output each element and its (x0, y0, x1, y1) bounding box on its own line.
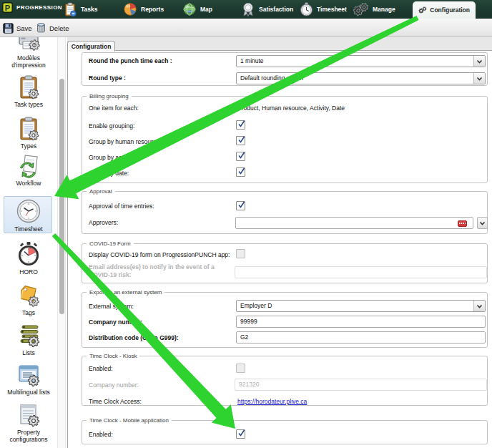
nav-item-label: Map (200, 6, 212, 13)
time-clock-access-link[interactable]: https://horodateur.plive.ca (237, 398, 307, 406)
field-label: Distribution code (G1 to G999): (89, 334, 179, 342)
distribution-code-input[interactable]: G2 (236, 331, 486, 344)
kiosk-company-number-input[interactable]: 921320 (235, 379, 487, 391)
svg-text:P: P (5, 4, 10, 12)
sidebar-item-workflow[interactable]: Workflow (0, 154, 57, 187)
sidebar-item-property-configurations[interactable]: Propertyconfigurations (0, 403, 57, 443)
nav-item-label: Satisfaction (259, 6, 293, 13)
select-dropdown-button[interactable] (473, 301, 485, 311)
sidebar-item-types[interactable]: Types (0, 117, 57, 150)
chevron-down-icon (479, 221, 486, 225)
group-by-human-resource-checkbox[interactable] (236, 136, 245, 145)
nav-item-reports[interactable]: Reports (123, 0, 164, 19)
round-time-select[interactable]: 1 minute (236, 55, 486, 67)
select-dropdown-button[interactable] (473, 73, 485, 84)
app-logo[interactable]: P PROGRESSION (2, 2, 62, 13)
nav-item-label: Tasks (81, 6, 97, 13)
select-value: 1 minute (240, 57, 264, 64)
company-number-input[interactable]: 99999 (236, 316, 486, 328)
list-gear-icon (16, 323, 41, 348)
field-label: Approval of time entries: (89, 203, 154, 210)
delete-button-label: Delete (49, 24, 69, 32)
nav-item-label: Reports (141, 6, 164, 13)
group-legend: Time Clock - Mobile application (87, 417, 172, 424)
sidebar-item-label: HORO (0, 268, 57, 276)
clipboard-gear-icon (16, 75, 41, 99)
nav-item-map[interactable]: Map (182, 0, 212, 19)
field-label: Enable grouping: (89, 122, 134, 130)
display-covid-form-checkbox[interactable] (236, 249, 245, 258)
sidebar-item-task-types[interactable]: Task types (0, 75, 57, 108)
print-templates-icon (16, 37, 41, 52)
delete-button[interactable]: Delete (36, 21, 69, 35)
covid-email-input[interactable] (235, 266, 487, 278)
sidebar-item-multilingual-lists[interactable]: Multilingual lists (0, 363, 57, 396)
field-value: Product, Human resource, Activity, Date (237, 104, 345, 112)
approvers-remove-icon[interactable] (458, 220, 467, 227)
tab-configuration[interactable]: Configuration (67, 41, 115, 52)
group-by-activity-checkbox[interactable] (236, 152, 245, 161)
chevron-down-icon (476, 77, 483, 81)
configuration-panel: Round the punch time each : 1 minute Rou… (67, 51, 492, 448)
group-approval: Approval Approval of time entries: Appro… (82, 191, 488, 234)
enable-grouping-checkbox[interactable] (236, 120, 245, 130)
sidebar-scrollbar[interactable] (57, 37, 66, 448)
configuration-gears-icon (418, 3, 427, 17)
checkmark-icon (237, 429, 245, 437)
group-billing: Billing grouping One item for each: Prod… (82, 96, 488, 183)
nav-item-tasks[interactable]: Tasks (63, 0, 97, 19)
field-label: Email address(es) to notify in the event… (89, 263, 228, 279)
group-legend: Approval (87, 188, 115, 195)
sidebar-item-tags[interactable]: Tags (0, 283, 57, 316)
toolbar: Save Delete (0, 19, 492, 37)
external-system-select[interactable]: Employer D (236, 300, 486, 312)
sidebar-item-lists[interactable]: Lists (0, 323, 57, 356)
approval-of-time-entries-checkbox[interactable] (236, 201, 245, 210)
nav-item-timesheet[interactable]: Timesheet (300, 0, 347, 19)
sidebar-item-label: Modèlesd'impression (0, 54, 57, 69)
sidebar-item-label: Workflow (0, 180, 57, 187)
round-type-select[interactable]: Default rounding option (236, 72, 486, 84)
mobile-enabled-checkbox[interactable] (236, 429, 245, 439)
field-label: Time Clock Access: (89, 398, 142, 406)
group-by-date-checkbox[interactable] (236, 167, 245, 177)
group-mobile: Time Clock - Mobile application Enabled: (82, 420, 488, 444)
app-window: { "navbar": { "brand": "PROGRESSION", "i… (0, 0, 492, 448)
field-label: External system: (89, 303, 134, 311)
sidebar-item-label: Lists (0, 349, 57, 356)
satisfaction-medal-icon (241, 2, 255, 17)
field-label: Group by activity: (89, 154, 136, 162)
checkmark-icon (237, 136, 245, 143)
nav-item-label: Manage (373, 6, 395, 13)
select-dropdown-button[interactable] (473, 56, 485, 67)
checkmark-icon (237, 167, 245, 175)
workflow-icon (16, 154, 41, 178)
group-general: Round the punch time each : 1 minute Rou… (82, 52, 488, 86)
approvers-input[interactable] (235, 217, 473, 229)
field-label: Round type : (89, 74, 126, 82)
sidebar-item-modeles-dimpression[interactable]: Modèlesd'impression (0, 37, 57, 69)
chevron-down-icon (476, 304, 483, 308)
nav-item-satisfaction[interactable]: Satisfaction (241, 0, 293, 19)
sidebar-scrollbar-thumb[interactable] (59, 79, 64, 314)
map-globe-icon (182, 2, 197, 16)
sidebar-item-horo[interactable]: HORO (0, 241, 57, 276)
nav-item-label: Timesheet (317, 6, 347, 13)
clipboard-gear-icon (16, 117, 41, 141)
nav-item-manage[interactable]: Manage (353, 0, 395, 19)
nav-item-configuration-active[interactable]: Configuration (413, 1, 476, 19)
sidebar-item-label: Propertyconfigurations (0, 429, 57, 443)
sidebar-item-timesheet[interactable]: Timesheet (0, 198, 57, 233)
window-gear-icon (16, 403, 41, 427)
progression-logo-icon: P (2, 2, 13, 13)
group-kiosk: Time Clock - Kiosk Enabled: Company numb… (82, 356, 488, 406)
save-button[interactable]: Save (3, 21, 32, 35)
manage-gears-icon (353, 2, 369, 16)
kiosk-enabled-checkbox[interactable] (236, 364, 245, 373)
select-value: Default rounding option (240, 74, 303, 82)
sidebar: Modèlesd'impression Task types Types Wor… (0, 37, 57, 448)
group-legend: Billing grouping (87, 93, 132, 100)
field-label: Company number: (89, 318, 142, 326)
checkmark-icon (237, 152, 245, 159)
approvers-dropdown-button[interactable] (477, 217, 488, 229)
